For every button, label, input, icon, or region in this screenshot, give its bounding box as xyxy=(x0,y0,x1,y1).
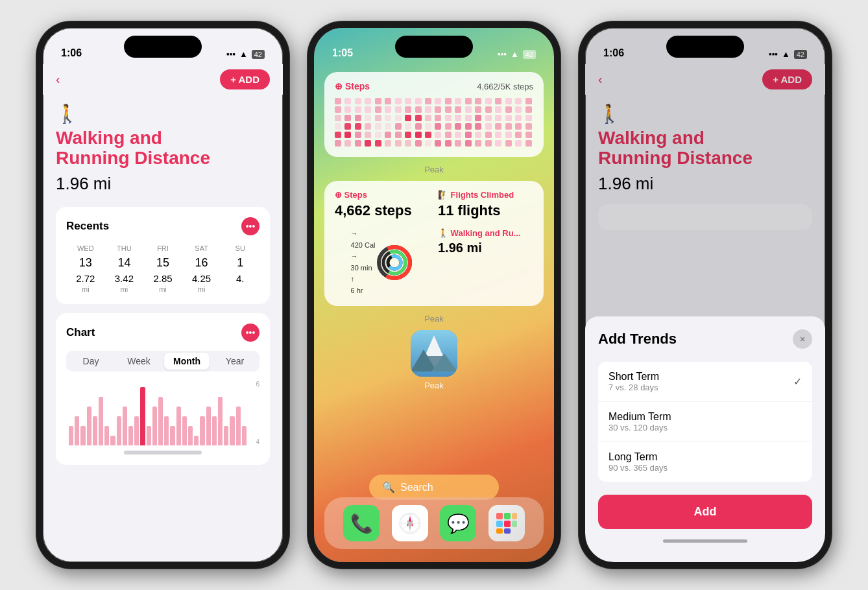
trend-option-short[interactable]: Short Term 7 vs. 28 days ✓ xyxy=(598,362,812,402)
date-0: 13 xyxy=(66,256,105,270)
svg-rect-23 xyxy=(496,528,503,534)
dot xyxy=(525,98,532,104)
svg-rect-18 xyxy=(504,513,511,519)
bar-8 xyxy=(117,416,121,445)
dot xyxy=(425,123,431,130)
add-trend-button[interactable]: Add xyxy=(598,495,812,529)
dot xyxy=(415,123,422,130)
dot xyxy=(355,115,361,121)
dot xyxy=(475,106,481,113)
peak-app-icon[interactable] xyxy=(411,330,457,377)
dot xyxy=(344,140,351,147)
bar-7 xyxy=(110,436,115,445)
battery-icon: 42 xyxy=(252,50,265,59)
bar-2 xyxy=(80,426,85,445)
dock-messages-icon[interactable]: 💬 xyxy=(440,505,476,541)
trend-sub-long: 90 vs. 365 days xyxy=(609,463,668,473)
dot xyxy=(425,115,431,121)
dot xyxy=(375,98,381,104)
dot xyxy=(495,98,501,104)
sfw-grid: ⊕ Steps 4,662 steps 🧗 Flights Climbed 11… xyxy=(335,190,533,297)
walking-label-2: 🚶 Walking and Ru... xyxy=(438,228,533,238)
day-header-3: SAT xyxy=(182,244,221,252)
trend-sub-short: 7 vs. 28 days xyxy=(609,383,659,392)
battery-icon-2: 42 xyxy=(523,50,536,59)
dot xyxy=(425,106,431,113)
svg-rect-20 xyxy=(496,521,503,527)
recent-val-0: 2.72mi xyxy=(66,272,105,294)
bar-14 xyxy=(152,407,157,445)
dot xyxy=(515,140,522,147)
dot xyxy=(515,115,522,121)
dot xyxy=(425,98,431,104)
trend-option-long[interactable]: Long Term 90 vs. 365 days xyxy=(598,442,812,482)
dock: 📞 💬 xyxy=(324,497,544,549)
trend-option-medium[interactable]: Medium Term 30 vs. 120 days xyxy=(598,402,812,442)
chart-tabs[interactable]: Day Week Month Year xyxy=(66,351,259,372)
dot xyxy=(475,115,481,121)
dot xyxy=(344,123,351,130)
dot xyxy=(335,123,341,130)
dot xyxy=(335,140,341,147)
search-bar[interactable]: 🔍 Search xyxy=(369,475,499,500)
bar-5 xyxy=(99,397,103,445)
bar-28 xyxy=(236,407,241,445)
dynamic-island-2 xyxy=(395,36,473,58)
peak-label-2: Peak xyxy=(324,314,544,324)
modal-close-button[interactable]: × xyxy=(793,329,812,349)
dock-safari-icon[interactable] xyxy=(392,505,428,541)
bar-6 xyxy=(104,426,109,445)
day-header-1: THU xyxy=(105,244,144,252)
back-button-1[interactable]: ‹ xyxy=(56,72,60,87)
bar-1 xyxy=(75,416,79,445)
tab-month[interactable]: Month xyxy=(164,353,210,370)
dot xyxy=(335,106,341,113)
dot xyxy=(475,140,481,147)
dot xyxy=(415,140,422,147)
dot xyxy=(465,140,472,147)
steps-dots-label: ⊕ Steps xyxy=(335,81,370,91)
recents-header: Recents ••• xyxy=(66,217,259,235)
peak-app-section: Peak xyxy=(314,330,554,390)
dot xyxy=(445,115,452,121)
add-button-1[interactable]: + ADD xyxy=(220,69,270,89)
dock-phone-icon[interactable]: 📞 xyxy=(343,505,380,541)
dot xyxy=(485,132,492,138)
dot xyxy=(435,123,441,130)
dot xyxy=(375,115,381,121)
tab-year[interactable]: Year xyxy=(212,353,258,370)
dot xyxy=(445,123,452,130)
phone-1: 1:06 ▪▪▪ ▲ 42 ‹ + ADD 🚶 Walking and Runn… xyxy=(36,21,289,569)
walking-title-1: Walking and Running Distance xyxy=(56,128,270,169)
chart-scrollbar[interactable] xyxy=(124,451,201,454)
tab-day[interactable]: Day xyxy=(68,353,114,370)
chart-more-btn[interactable]: ••• xyxy=(241,324,259,342)
bar-15 xyxy=(158,397,163,445)
dot xyxy=(365,115,371,121)
recents-table: WED THU FRI SAT SU 13 14 15 16 1 2.7 xyxy=(66,244,259,294)
dot xyxy=(385,106,391,113)
tab-week[interactable]: Week xyxy=(116,353,162,370)
dot xyxy=(505,98,512,104)
modal-title: Add Trends xyxy=(598,331,677,348)
dot xyxy=(445,132,452,138)
trend-options-group: Short Term 7 vs. 28 days ✓ Medium Term 3… xyxy=(598,362,812,482)
dot xyxy=(485,123,492,130)
dot xyxy=(435,98,441,104)
bar-20 xyxy=(188,426,193,445)
dock-grid-icon[interactable] xyxy=(488,505,525,541)
dot xyxy=(445,106,452,113)
dot xyxy=(525,140,532,147)
activity-ring-cell: → 420 Cal → 30 min ↑ 6 hr xyxy=(335,228,430,297)
dot xyxy=(515,98,522,104)
recents-more-btn[interactable]: ••• xyxy=(241,217,259,235)
dot xyxy=(465,98,472,104)
dot xyxy=(485,106,492,113)
recents-title: Recents xyxy=(66,220,109,233)
signal-icon: ▪▪▪ xyxy=(226,49,235,59)
search-label: Search xyxy=(400,482,433,493)
bar-3 xyxy=(87,407,91,445)
dot xyxy=(475,123,481,130)
flights-label: 🧗 Flights Climbed xyxy=(438,190,533,200)
dot xyxy=(385,140,391,147)
